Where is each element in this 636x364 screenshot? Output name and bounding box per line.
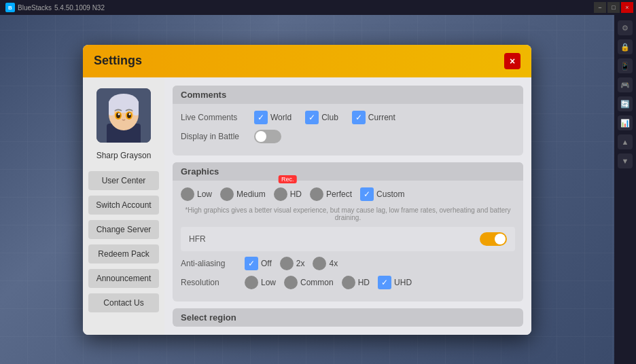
club-label: Club — [321, 113, 338, 122]
sidebar-icon-1[interactable]: ⚙ — [618, 20, 633, 35]
hfr-row: HFR — [181, 227, 515, 251]
perfect-label: Perfect — [326, 189, 352, 199]
4x-option[interactable]: 4x — [313, 257, 338, 270]
display-in-battle-label: Display in Battle — [181, 132, 249, 141]
sidebar-icon-4[interactable]: 🎮 — [618, 77, 633, 92]
graphics-section: Graphics Low Medium — [173, 162, 523, 302]
quality-options: Low Medium Rec. HD — [181, 187, 515, 201]
world-check-icon: ✓ — [254, 111, 268, 124]
low-res-radio — [245, 276, 258, 289]
sidebar-icon-6[interactable]: 📊 — [618, 115, 633, 130]
titlebar: B BlueStacks 5.4.50.1009 N32 − □ × — [0, 0, 636, 15]
app-logo: B BlueStacks 5.4.50.1009 N32 — [0, 3, 110, 12]
current-check-icon: ✓ — [352, 111, 366, 124]
svg-rect-5 — [109, 101, 114, 115]
svg-point-11 — [118, 113, 120, 115]
announcement-button[interactable]: Announcement — [88, 269, 159, 288]
hd-radio — [274, 187, 287, 201]
right-sidebar: ⚙ 🔒 📱 🎮 🔄 📊 ▲ ▼ — [614, 15, 636, 364]
sidebar-icon-7[interactable]: ▲ — [618, 134, 633, 149]
bluestacks-icon: B — [5, 3, 15, 12]
live-comments-label: Live Comments — [181, 113, 249, 122]
low-label: Low — [197, 189, 212, 199]
app-version: 5.4.50.1009 N32 — [54, 4, 105, 12]
medium-option[interactable]: Medium — [220, 187, 266, 201]
medium-label: Medium — [236, 189, 266, 199]
low-res-option[interactable]: Low — [245, 276, 276, 289]
switch-account-button[interactable]: Switch Account — [88, 196, 159, 215]
2x-label: 2x — [296, 259, 305, 268]
modal-title: Settings — [94, 54, 142, 68]
select-region-header: Select region — [173, 308, 523, 327]
right-content: Comments Live Comments ✓ World ✓ Club — [164, 77, 531, 335]
off-option[interactable]: ✓ Off — [245, 257, 272, 270]
antialiasing-label: Anti-aliasing — [181, 259, 242, 268]
modal-close-button[interactable]: × — [504, 53, 520, 69]
common-res-option[interactable]: Common — [284, 276, 334, 289]
medium-radio — [220, 187, 234, 201]
off-label: Off — [261, 259, 272, 268]
avatar — [96, 88, 151, 143]
graphics-section-body: Low Medium Rec. HD — [173, 181, 523, 302]
user-center-button[interactable]: User Center — [88, 171, 159, 190]
club-check-icon: ✓ — [305, 111, 319, 124]
uhd-res-option[interactable]: ✓ UHD — [378, 276, 412, 289]
resolution-row: Resolution Low Common HD — [181, 276, 515, 289]
app-name: BlueStacks — [18, 4, 52, 12]
hd-option[interactable]: Rec. HD — [274, 187, 302, 201]
modal-body: Sharp Grayson User Center Switch Account… — [83, 77, 531, 335]
uhd-res-radio: ✓ — [378, 276, 391, 289]
low-res-label: Low — [261, 278, 276, 287]
window-controls: − □ × — [594, 2, 636, 13]
hd-res-option[interactable]: HD — [342, 276, 370, 289]
low-radio — [181, 187, 194, 201]
4x-label: 4x — [329, 259, 338, 268]
sidebar-icon-8[interactable]: ▼ — [618, 153, 633, 168]
custom-label: Custom — [376, 189, 404, 199]
toggle-thumb — [255, 131, 266, 142]
hd-res-radio — [342, 276, 355, 289]
2x-option[interactable]: 2x — [280, 257, 305, 270]
graphics-section-header: Graphics — [173, 162, 523, 181]
resolution-label: Resolution — [181, 278, 242, 287]
svg-rect-6 — [133, 101, 139, 115]
username: Sharp Grayson — [96, 151, 152, 160]
comments-section-body: Live Comments ✓ World ✓ Club ✓ — [173, 104, 523, 156]
change-server-button[interactable]: Change Server — [88, 220, 159, 239]
low-option[interactable]: Low — [181, 187, 212, 201]
contact-us-button[interactable]: Contact Us — [88, 293, 159, 312]
live-comments-row: Live Comments ✓ World ✓ Club ✓ — [181, 111, 515, 124]
modal-overlay: Settings × — [0, 15, 614, 364]
perfect-radio — [310, 187, 323, 201]
hfr-label: HFR — [189, 234, 474, 244]
hd-label: HD — [290, 189, 302, 199]
hfr-toggle[interactable] — [480, 232, 507, 246]
common-res-radio — [284, 276, 298, 289]
sidebar-icon-2[interactable]: 🔒 — [618, 39, 633, 54]
antialiasing-row: Anti-aliasing ✓ Off 2x 4x — [181, 257, 515, 270]
hfr-toggle-thumb — [495, 234, 506, 244]
close-window-button[interactable]: × — [621, 2, 633, 13]
modal-header: Settings × — [83, 45, 531, 77]
svg-point-12 — [129, 113, 131, 115]
world-checkbox-item[interactable]: ✓ World — [254, 111, 292, 124]
current-label: Current — [368, 113, 395, 122]
display-in-battle-row: Display in Battle — [181, 130, 515, 143]
common-res-label: Common — [300, 278, 334, 287]
settings-modal: Settings × — [83, 45, 531, 335]
sidebar-icon-3[interactable]: 📱 — [618, 58, 633, 73]
left-panel: Sharp Grayson User Center Switch Account… — [83, 77, 164, 335]
custom-option[interactable]: ✓ Custom — [360, 187, 404, 201]
display-battle-toggle[interactable] — [254, 130, 281, 143]
minimize-button[interactable]: − — [594, 2, 606, 13]
hd-res-label: HD — [358, 278, 370, 287]
comments-section: Comments Live Comments ✓ World ✓ Club — [173, 86, 523, 156]
redeem-pack-button[interactable]: Redeem Pack — [88, 244, 159, 263]
maximize-button[interactable]: □ — [607, 2, 620, 13]
current-checkbox-item[interactable]: ✓ Current — [352, 111, 395, 124]
club-checkbox-item[interactable]: ✓ Club — [305, 111, 338, 124]
sidebar-icon-5[interactable]: 🔄 — [618, 96, 633, 111]
2x-radio — [280, 257, 294, 270]
perfect-option[interactable]: Perfect — [310, 187, 352, 201]
rec-badge: Rec. — [279, 175, 297, 183]
